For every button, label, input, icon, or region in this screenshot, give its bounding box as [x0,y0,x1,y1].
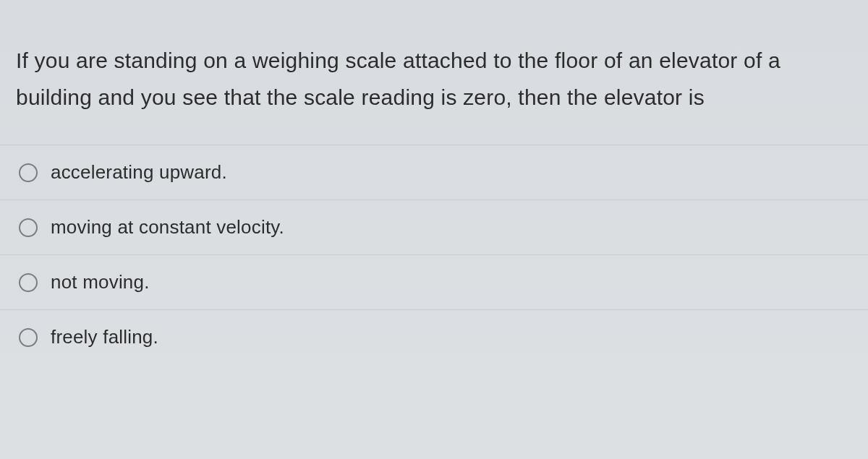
option-row[interactable]: accelerating upward. [0,145,868,200]
option-label: accelerating upward. [51,161,227,184]
radio-icon[interactable] [19,328,38,347]
option-label: moving at constant velocity. [51,216,284,239]
option-label: not moving. [51,271,150,293]
radio-icon[interactable] [19,273,38,292]
option-label: freely falling. [51,326,158,348]
radio-icon[interactable] [19,163,38,182]
option-row[interactable]: not moving. [0,254,868,309]
question-stem: If you are standing on a weighing scale … [0,0,868,137]
option-row[interactable]: moving at constant velocity. [0,200,868,254]
option-row[interactable]: freely falling. [0,309,868,364]
options-list: accelerating upward. moving at constant … [0,145,868,364]
radio-icon[interactable] [19,218,38,237]
